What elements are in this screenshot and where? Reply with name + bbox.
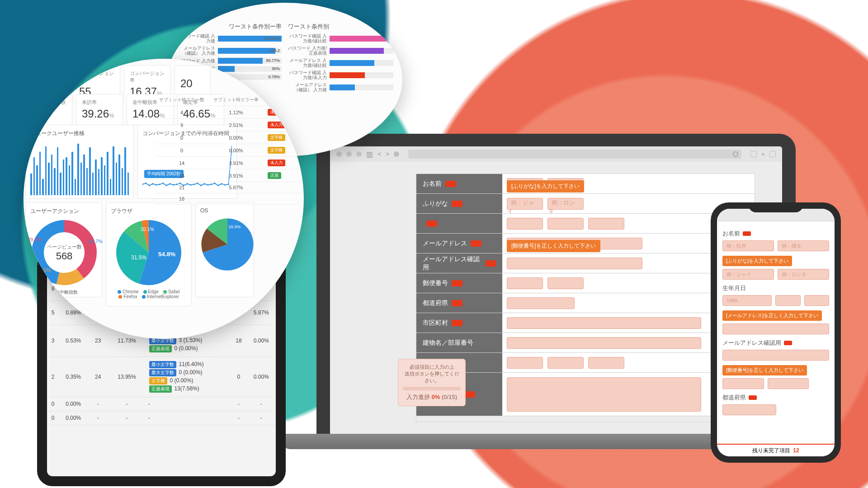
required-badge <box>452 300 462 306</box>
p-tip-mail: [メールアドレス]を正しく入力して下さい <box>722 310 822 321</box>
progress-bar <box>403 387 461 390</box>
row-furigana: ふりがな 例：ジャイ例：ロンタ <box>416 194 755 214</box>
progress-pct: 入力進捗 0% (0/15) <box>403 393 461 401</box>
svg-text:15.5%: 15.5% <box>228 224 241 229</box>
input-zip2[interactable] <box>547 277 584 289</box>
panel-os: OS 15.5% <box>195 202 254 297</box>
p-label-dob: 生年月日 <box>722 284 746 292</box>
tooltip-furigana: [ふりがな]を入力して下さい <box>507 180 584 192</box>
phone-notch <box>749 202 803 212</box>
copy-icon[interactable] <box>769 151 776 157</box>
p-label-name: お名前 <box>722 230 740 238</box>
p-input-year[interactable]: 1999 <box>722 295 772 306</box>
kpi-visit-rate: 39.26 <box>82 108 109 120</box>
input-zip1[interactable] <box>507 277 543 289</box>
p-input-day[interactable] <box>804 295 830 306</box>
magnifier-main: コンバージョン数55 コンバージョン率16.37% 20 ページビュー数568 … <box>24 59 304 339</box>
required-badge <box>486 260 496 267</box>
input-tel1[interactable] <box>507 357 543 369</box>
input-furi-sei[interactable]: 例：ジャイ <box>507 198 543 210</box>
nav-fwd-icon[interactable]: > <box>386 150 389 158</box>
required-badge <box>426 221 437 227</box>
sidebar-toggle-icon[interactable]: ▥ <box>366 150 373 159</box>
label-pref: 都道府県 <box>423 299 448 307</box>
panel-unique-users: ユニークユーザー推移 <box>25 125 134 199</box>
row-inquiry: お問合せ内容 <box>416 373 755 416</box>
p-label-pref: 都道府県 <box>722 394 746 402</box>
phone-frame: お名前 例：松井例：陽太 [ふりがな]を入力して下さい 例：ジャイ例：ロンタ 生… <box>711 202 841 463</box>
input-pref[interactable] <box>507 297 575 309</box>
input-inquiry[interactable] <box>507 377 701 412</box>
chart-os-pie: 15.5% <box>200 217 255 272</box>
phone-footer: 残り未完了項目12 <box>717 444 835 456</box>
p-tip-zip: [郵便番号]を正しく入力して下さい <box>722 365 807 375</box>
progress-text2: 送信ボタンを押してください。 <box>403 371 461 384</box>
p-input-pref[interactable] <box>722 404 776 415</box>
svg-text:10.1%: 10.1% <box>141 226 154 232</box>
input-bldg[interactable] <box>507 337 701 349</box>
label-name: お名前 <box>423 180 442 188</box>
chart-browser-pie: 54.8% 31.5% 10.1% <box>115 219 183 286</box>
required-badge <box>784 341 792 345</box>
required-badge <box>464 391 475 398</box>
row-pref: 都道府県 <box>416 293 755 313</box>
tooltip-zip: [郵便番号]を正しく入力して下さい <box>507 240 600 252</box>
input-tel2[interactable] <box>547 357 584 369</box>
p-input-mail2[interactable] <box>722 350 829 361</box>
required-badge <box>452 201 462 207</box>
label-bldg: 建物名／部屋番号 <box>423 339 473 347</box>
required-badge <box>749 395 757 400</box>
table-row: 20.35%2413.95% 最小文字数 11(6.40%)最大文字数 0 (0… <box>47 357 276 397</box>
tabs-icon[interactable] <box>750 151 757 157</box>
p-input-month[interactable] <box>775 295 801 306</box>
p-input-fsei[interactable]: 例：ジャイ <box>722 269 774 280</box>
chart-unique-users <box>30 141 129 195</box>
p-input-mei[interactable]: 例：陽太 <box>778 240 829 251</box>
svg-point-0 <box>733 152 738 156</box>
required-badge <box>445 181 456 187</box>
label-furigana: ふりがな <box>423 200 448 208</box>
hbar-row: メールアドレス（確認） 入力後 104.2 <box>176 46 282 56</box>
window-min-icon[interactable] <box>346 151 352 157</box>
required-badge <box>743 231 751 236</box>
hbar-row: パスワード確認 入力後/未入力 <box>288 70 393 80</box>
input-extra3[interactable] <box>588 218 624 230</box>
required-badge <box>452 280 462 286</box>
input-extra2[interactable] <box>547 218 584 230</box>
svg-point-2 <box>145 183 146 184</box>
p-label-mail2: メールアドレス確認用 <box>722 339 781 347</box>
chart-worst-cond: ワースト条件別 パスワード確認 入力後/値比較 パスワード 入力後/正規表現 メ… <box>288 23 393 94</box>
reload-icon <box>732 151 739 157</box>
nav-back-icon[interactable]: < <box>377 150 381 158</box>
browser-toolbar: ▥ < > + <box>330 146 782 162</box>
svg-point-3 <box>149 185 150 187</box>
address-bar[interactable] <box>408 150 741 159</box>
input-city[interactable] <box>507 317 701 329</box>
window-close-icon[interactable] <box>336 151 342 157</box>
svg-text:31.5%: 31.5% <box>131 254 146 261</box>
add-tab-icon[interactable]: + <box>761 150 765 158</box>
row-mail2: メールアドレス確認用 <box>416 253 755 273</box>
p-input-sei[interactable]: 例：松井 <box>722 240 774 251</box>
p-input-mail[interactable] <box>722 324 829 334</box>
required-badge <box>471 240 481 247</box>
hbar-row: パスワード確認 入力後 115.53% <box>176 33 282 43</box>
progress-popup: 必須項目に入力の上 送信ボタンを押してください。 入力進捗 0% (0/15) <box>398 359 466 406</box>
input-tel3[interactable] <box>588 357 624 369</box>
progress-text1: 必須項目に入力の上 <box>403 364 461 371</box>
p-input-zip1[interactable] <box>722 378 764 389</box>
required-badge <box>452 320 462 326</box>
input-extra1[interactable] <box>507 218 543 230</box>
svg-text:54.8%: 54.8% <box>158 251 175 258</box>
row-bldg: 建物名／部屋番号 <box>416 333 755 353</box>
row-zip: 郵便番号 <box>416 273 755 293</box>
label-mail: メールアドレス <box>423 239 467 248</box>
nav-reload-icon[interactable] <box>394 151 399 157</box>
hbar-row: メールアドレス（確認） 入力後 <box>288 82 393 92</box>
hbar-row: メールアドレス 入力後/値比較 <box>288 58 393 68</box>
input-mail2[interactable] <box>507 258 642 269</box>
p-input-fmei[interactable]: 例：ロンタ <box>778 269 829 280</box>
window-max-icon[interactable] <box>356 151 362 157</box>
input-furi-mei[interactable]: 例：ロンタ <box>547 198 584 210</box>
p-input-zip2[interactable] <box>768 378 809 389</box>
